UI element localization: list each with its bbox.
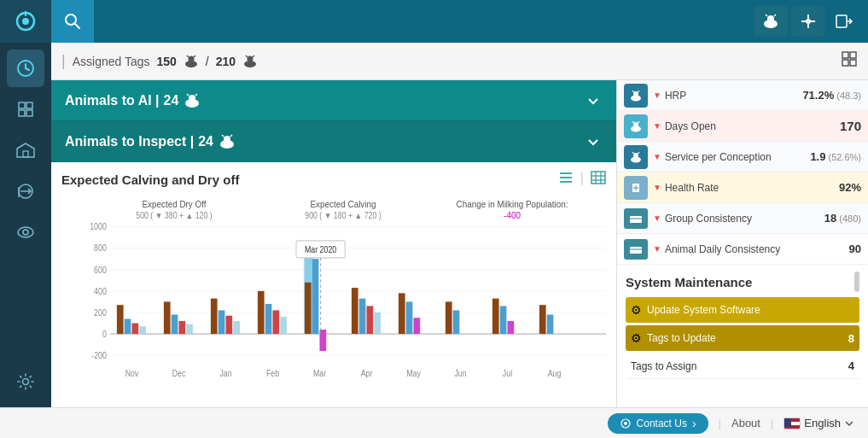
metric-label-hrp: HRP [665, 90, 802, 102]
svg-point-29 [23, 230, 28, 235]
about-link[interactable]: About [731, 417, 760, 429]
svg-line-140 [638, 152, 640, 154]
maintenance-label-tags-assign: Tags to Assign [631, 360, 848, 372]
svg-point-9 [806, 19, 811, 24]
accordion-ai-chevron [584, 91, 603, 110]
metric-icon-group [624, 208, 648, 229]
flag-icon [784, 418, 801, 429]
footer: Contact Us › | About | English [0, 407, 868, 438]
tag-cow-icon-1 [184, 55, 199, 68]
svg-point-32 [188, 55, 194, 61]
metric-sub-spc: (52.6%) [828, 152, 861, 162]
maintenance-handle[interactable] [854, 272, 859, 292]
svg-text:Mar: Mar [313, 369, 326, 379]
main-layout: | Assigned Tags 150 / 210 [0, 43, 868, 407]
svg-rect-120 [406, 301, 413, 334]
svg-point-6 [767, 15, 774, 22]
metric-value-hrp: 71.2% [802, 89, 834, 102]
language-selector[interactable]: English [784, 417, 854, 429]
exit-button[interactable] [829, 6, 859, 37]
svg-text:500 ( ▼ 380 + ▲ 120 ): 500 ( ▼ 380 + ▲ 120 ) [136, 210, 212, 220]
svg-rect-39 [842, 52, 848, 58]
metric-icon-spc [624, 145, 648, 169]
svg-rect-93 [139, 326, 146, 334]
svg-text:Dec: Dec [172, 369, 186, 379]
svg-point-149 [624, 422, 627, 425]
svg-line-34 [194, 55, 195, 57]
cow-btn-1[interactable] [754, 6, 788, 37]
assigned-count-2: 210 [216, 55, 236, 68]
svg-rect-121 [414, 318, 421, 334]
metric-label-group-consistency: Group Consistency [665, 213, 824, 225]
svg-rect-104 [273, 310, 280, 334]
svg-rect-122 [446, 301, 452, 334]
sidebar-item-clock[interactable] [7, 50, 44, 87]
svg-line-37 [246, 55, 248, 57]
chart-section: Expected Calving and Dry off | [51, 162, 616, 407]
svg-rect-41 [842, 60, 848, 66]
svg-rect-115 [352, 288, 358, 334]
maintenance-item-tags-assign[interactable]: Tags to Assign 4 [626, 353, 859, 379]
metric-label-animal-daily: Animal Daily Consistency [665, 243, 849, 255]
svg-rect-126 [508, 321, 515, 334]
accordion-inspect-chevron [584, 132, 603, 151]
left-panel: Animals to AI | 24 Animals to Inspect | [51, 80, 616, 407]
svg-line-4 [75, 24, 79, 28]
svg-marker-23 [17, 143, 34, 157]
accordion-animals-inspect[interactable]: Animals to Inspect | 24 [51, 121, 616, 162]
gear-icon-software: ⚙ [631, 303, 642, 317]
maintenance-item-software[interactable]: ⚙ Update System Software [626, 297, 859, 323]
svg-rect-102 [258, 291, 265, 334]
metric-row-days-open: ▼ Days Open 170 [617, 111, 868, 142]
search-button[interactable] [51, 0, 94, 43]
svg-line-33 [187, 55, 189, 57]
metric-value-group-consistency: 18 [824, 212, 836, 225]
accordion-inspect-count: 24 [198, 134, 213, 149]
accordion-ai-count: 24 [164, 93, 179, 108]
accordion-animals-ai[interactable]: Animals to AI | 24 [51, 80, 616, 121]
svg-rect-14 [836, 15, 847, 27]
maintenance-item-tags-update[interactable]: ⚙ Tags to Update 8 [626, 325, 859, 351]
svg-text:Jul: Jul [503, 369, 512, 379]
svg-rect-96 [179, 321, 186, 334]
svg-text:200: 200 [94, 307, 107, 318]
svg-text:Expected Dry Off: Expected Dry Off [142, 198, 206, 209]
sidebar-item-grid[interactable] [7, 91, 44, 128]
contact-us-label: Contact Us [637, 418, 687, 429]
sidebar [0, 43, 51, 407]
metric-triangle-group: ▼ [653, 213, 661, 223]
sidebar-item-feeding[interactable] [7, 172, 44, 210]
assigned-count-1: 150 [157, 55, 177, 68]
svg-rect-100 [226, 316, 233, 334]
svg-rect-21 [19, 110, 25, 116]
contact-us-button[interactable]: Contact Us › [608, 413, 708, 434]
maintenance-label-software: Update System Software [647, 304, 854, 316]
svg-rect-42 [850, 60, 856, 66]
svg-rect-24 [23, 151, 28, 157]
svg-line-135 [632, 121, 634, 123]
content-area: | Assigned Tags 150 / 210 [51, 43, 868, 407]
svg-rect-92 [132, 323, 139, 334]
svg-text:1000: 1000 [90, 222, 107, 232]
metric-icon-health-rate [624, 176, 648, 200]
chevron-down-icon [844, 419, 854, 428]
sidebar-item-eye[interactable] [7, 213, 44, 251]
metric-triangle-health: ▼ [653, 183, 661, 192]
svg-text:-200: -200 [91, 350, 107, 360]
chart-table-icon[interactable] [591, 171, 606, 188]
svg-text:Expected Calving: Expected Calving [310, 198, 376, 209]
metric-label-days-open: Days Open [665, 120, 840, 132]
layout-toggle[interactable] [841, 50, 858, 72]
gear-icon-tags: ⚙ [631, 331, 642, 345]
sidebar-settings[interactable] [7, 363, 44, 400]
tag-cow-icon-2 [242, 55, 258, 68]
svg-text:800: 800 [94, 243, 107, 254]
svg-rect-103 [265, 304, 272, 334]
chart-list-icon[interactable] [558, 171, 574, 188]
svg-rect-20 [26, 102, 32, 108]
svg-rect-91 [125, 318, 131, 334]
wrench-btn[interactable] [791, 6, 825, 37]
sidebar-item-barn[interactable] [7, 131, 44, 169]
metric-value-days-open: 170 [840, 119, 861, 133]
metric-row-animal-daily: ▼ Animal Daily Consistency 90 [617, 234, 868, 265]
